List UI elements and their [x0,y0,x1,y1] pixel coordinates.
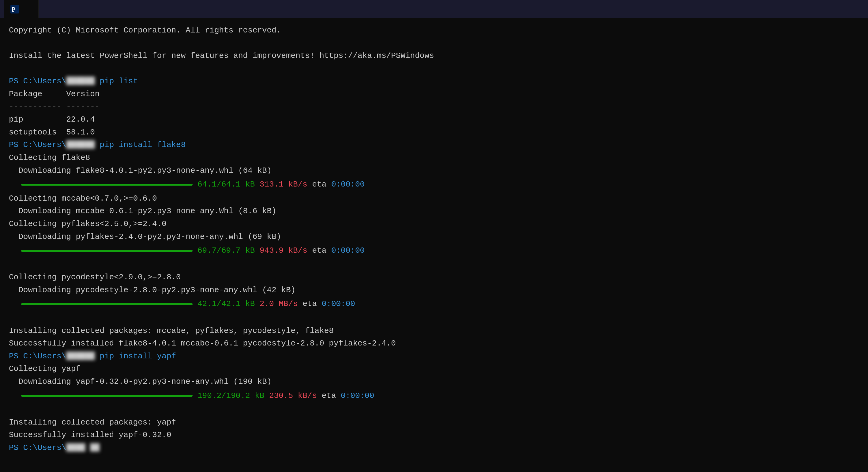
terminal-line: Successfully installed yapf-0.32.0 [9,429,859,442]
progress-bar-fill [21,250,193,252]
progress-bar-row: 190.2/190.2 kB 230.5 kB/s eta 0:00:00 [9,390,859,403]
terminal-line: Package Version [9,88,859,101]
progress-stats: 69.7/69.7 kB 943.9 kB/s eta 0:00:00 [197,244,365,257]
terminal-prompt-line: PS C:\Users\██████ pip install flake8 [9,139,859,152]
active-tab[interactable]: P [4,0,39,18]
progress-bar-track [21,303,193,305]
terminal-prompt-line: PS C:\Users\██████ pip install yapf [9,350,859,363]
close-button[interactable] [843,0,864,18]
progress-bar-row: 42.1/42.1 kB 2.0 MB/s eta 0:00:00 [9,298,859,311]
terminal-line: Installing collected packages: mccabe, p… [9,325,859,337]
terminal-blank-line [9,62,859,75]
window-controls [799,0,864,18]
terminal-line: Collecting yapf [9,363,859,376]
terminal-line: Collecting mccabe<0.7.0,>=0.6.0 [9,193,859,205]
progress-bar-track [21,250,193,252]
username-blurred: ██████ [66,139,95,152]
terminal-prompt-line: PS C:\Users\██████ pip list [9,75,859,88]
username-blurred: ████ [66,442,85,454]
terminal-blank-line [9,403,859,416]
svg-text:P: P [12,6,15,13]
titlebar-tabs: P [4,0,799,18]
terminal-prompt-only: PS C:\Users\████ ██ [9,442,859,454]
progress-stats: 42.1/42.1 kB 2.0 MB/s eta 0:00:00 [197,298,355,311]
minimize-button[interactable] [799,0,820,18]
terminal-line: Downloading pycodestyle-2.8.0-py2.py3-no… [9,284,859,297]
terminal-blank-line [9,37,859,50]
terminal-line: Downloading pyflakes-2.4.0-py2.py3-none-… [9,231,859,243]
terminal-line: Downloading mccabe-0.6.1-py2.py3-none-an… [9,205,859,218]
terminal-line: ----------- ------- [9,101,859,114]
terminal-line: Successfully installed flake8-4.0.1 mcca… [9,337,859,350]
ps-prompt: PS C:\Users\ [9,140,66,149]
titlebar: P [0,0,868,18]
terminal-line: Installing collected packages: yapf [9,416,859,429]
progress-stats: 64.1/64.1 kB 313.1 kB/s eta 0:00:00 [197,178,365,191]
terminal-line: pip 22.0.4 [9,113,859,126]
progress-bar-fill [21,184,193,186]
terminal-line: Downloading yapf-0.32.0-py2.py3-none-any… [9,376,859,388]
terminal-line: Collecting pyflakes<2.5.0,>=2.4.0 [9,218,859,231]
maximize-button[interactable] [821,0,842,18]
ps-prompt: PS C:\Users\ [9,77,66,86]
progress-bar-row: 64.1/64.1 kB 313.1 kB/s eta 0:00:00 [9,178,859,191]
ps-cmd: pip install yapf [95,352,176,361]
after-blurred: ██ [86,442,100,454]
terminal-line: Install the latest PowerShell for new fe… [9,50,859,62]
close-tab-button[interactable] [25,5,32,13]
terminal-output[interactable]: Copyright (C) Microsoft Corporation. All… [0,18,868,472]
terminal-blank-line [9,312,859,325]
progress-stats: 190.2/190.2 kB 230.5 kB/s eta 0:00:00 [197,390,374,403]
terminal-line: setuptools 58.1.0 [9,126,859,139]
powershell-icon: P [10,5,19,13]
ps-prompt: PS C:\Users\ [9,352,66,361]
username-blurred: ██████ [66,75,95,88]
progress-bar-row: 69.7/69.7 kB 943.9 kB/s eta 0:00:00 [9,244,859,257]
progress-bar-fill [21,395,193,397]
ps-prompt: PS C:\Users\ [9,443,66,452]
ps-cmd: pip install flake8 [95,140,186,149]
terminal-line: Downloading flake8-4.0.1-py2.py3-none-an… [9,165,859,177]
terminal-line: Collecting pycodestyle<2.9.0,>=2.8.0 [9,271,859,284]
progress-bar-fill [21,303,193,305]
progress-bar-track [21,184,193,186]
username-blurred: ██████ [66,350,95,363]
terminal-line: Collecting flake8 [9,152,859,165]
progress-bar-track [21,395,193,397]
powershell-window: P Copyright (C) Microsoft Corporation. A… [0,0,868,472]
terminal-blank-line [9,259,859,271]
ps-cmd: pip list [95,77,138,86]
terminal-line: Copyright (C) Microsoft Corporation. All… [9,24,859,37]
